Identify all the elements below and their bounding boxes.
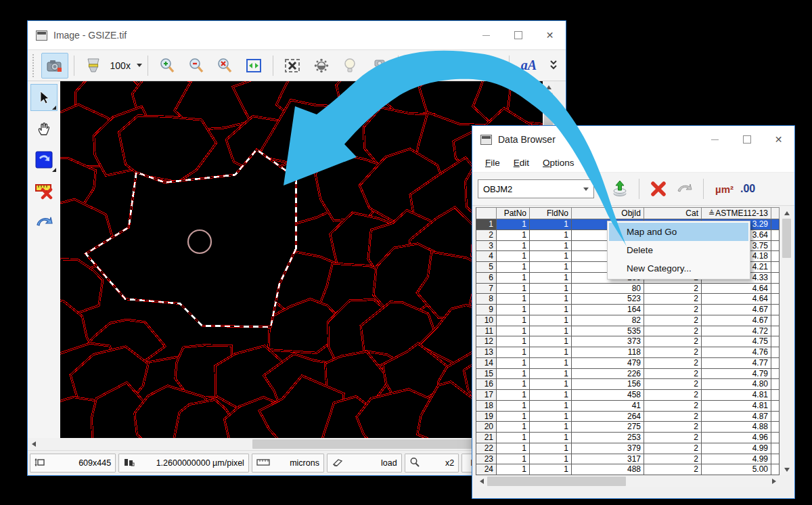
cell[interactable]: 1 <box>530 315 572 326</box>
cell[interactable]: 4.64 <box>702 294 771 305</box>
cell[interactable]: 1 <box>497 422 530 433</box>
table-row[interactable]: 81152324.64 <box>476 294 780 305</box>
illumination-button[interactable] <box>337 53 364 79</box>
table-row[interactable]: 91116424.67 <box>476 305 780 315</box>
cell[interactable]: 1 <box>530 230 572 241</box>
cell[interactable]: 1 <box>497 369 530 380</box>
cell[interactable]: 1 <box>530 251 572 262</box>
scroll-up-icon[interactable] <box>781 207 792 219</box>
table-vertical-scrollbar[interactable] <box>781 207 792 475</box>
cell[interactable]: 2 <box>644 347 702 358</box>
context-menu-item-map-and-go[interactable]: Map and Go <box>609 223 748 241</box>
cell[interactable]: 1 <box>497 294 530 305</box>
table-row[interactable]: 171145824.81 <box>476 390 780 401</box>
cell[interactable] <box>771 336 780 347</box>
dataset-combobox[interactable]: OBJM2 <box>478 179 594 198</box>
cell[interactable]: 2 <box>644 422 702 433</box>
cell[interactable]: 2 <box>644 294 702 305</box>
cell[interactable]: 4.79 <box>702 369 771 380</box>
cell[interactable]: 1 <box>497 433 530 443</box>
cell[interactable]: 4.72 <box>702 326 771 337</box>
cell[interactable] <box>771 369 780 380</box>
cell[interactable]: 2 <box>644 464 702 475</box>
cell[interactable]: 1 <box>497 326 530 337</box>
cell[interactable] <box>771 358 780 369</box>
column-header-cat[interactable]: Cat <box>644 207 702 219</box>
cell[interactable]: 4.75 <box>702 336 771 347</box>
cell[interactable]: 80 <box>572 284 644 294</box>
horizontal-scroll-thumb[interactable] <box>487 477 626 486</box>
cell[interactable]: 82 <box>572 315 644 326</box>
cell[interactable]: 2 <box>644 284 702 294</box>
cell[interactable]: 479 <box>572 358 644 369</box>
table-row[interactable]: 151122624.79 <box>476 369 780 380</box>
cell[interactable]: 1 <box>530 454 572 465</box>
maximize-button[interactable] <box>502 21 534 49</box>
cell[interactable]: 1 <box>476 219 497 230</box>
cell[interactable] <box>771 251 780 262</box>
cell[interactable]: 4.81 <box>702 401 771 412</box>
cell[interactable]: 1 <box>497 305 530 315</box>
precision-label[interactable]: .00 <box>740 183 755 195</box>
cell[interactable]: 23 <box>476 454 497 465</box>
cell[interactable] <box>771 284 780 294</box>
cell[interactable]: 16 <box>476 379 497 390</box>
cell[interactable]: 1 <box>530 369 572 380</box>
table-row[interactable]: 7118024.64 <box>476 284 780 294</box>
table-row[interactable]: 18114124.81 <box>476 401 780 412</box>
cell[interactable] <box>771 326 780 337</box>
cell[interactable]: 535 <box>572 326 644 337</box>
zoom-reset-button[interactable] <box>211 53 238 79</box>
undo-button[interactable] <box>671 176 697 202</box>
unit-label[interactable]: µm² <box>715 183 734 195</box>
cell[interactable] <box>771 443 780 454</box>
cell[interactable]: 4.99 <box>702 454 771 465</box>
table-row[interactable]: 131111824.76 <box>476 347 780 358</box>
cell[interactable]: 21 <box>476 433 497 443</box>
cell[interactable]: 8 <box>476 294 497 305</box>
column-header-fldno[interactable]: FldNo <box>530 207 572 219</box>
table-row[interactable]: 111153524.72 <box>476 326 780 337</box>
cell[interactable] <box>771 390 780 401</box>
cell[interactable] <box>771 412 780 422</box>
cell[interactable]: 2 <box>644 315 702 326</box>
cell[interactable]: 1 <box>497 273 530 284</box>
cell[interactable]: 2 <box>644 379 702 390</box>
cell[interactable]: 4.99 <box>702 443 771 454</box>
cell[interactable]: 264 <box>572 412 644 422</box>
close-button[interactable]: ✕ <box>534 21 566 49</box>
cell[interactable]: 1 <box>530 326 572 337</box>
cell[interactable]: 4.76 <box>702 347 771 358</box>
cell[interactable]: 1 <box>530 412 572 422</box>
column-header-patno[interactable]: PatNo <box>497 207 530 219</box>
cell[interactable]: 19 <box>476 412 497 422</box>
table-row[interactable]: 201127524.88 <box>476 422 780 433</box>
menu-edit[interactable]: Edit <box>508 155 535 171</box>
calibration-button[interactable] <box>308 53 335 79</box>
cell[interactable] <box>771 379 780 390</box>
cell[interactable]: 18 <box>476 401 497 412</box>
cell[interactable]: 6 <box>476 273 497 284</box>
table-row[interactable]: 221137924.99 <box>476 443 780 454</box>
context-menu-item-new-category[interactable]: New Category... <box>609 259 748 278</box>
cell[interactable]: 15 <box>476 369 497 380</box>
cell[interactable]: 1 <box>530 241 572 252</box>
cell[interactable]: 2 <box>644 358 702 369</box>
table-row[interactable]: 241148825.00 <box>476 464 780 475</box>
maximize-button[interactable] <box>731 126 763 153</box>
scroll-left-icon[interactable] <box>476 475 487 487</box>
cell[interactable]: 4.80 <box>702 379 771 390</box>
cell[interactable]: 9 <box>476 305 497 315</box>
table-row[interactable]: 121137324.75 <box>476 336 780 347</box>
column-header-objid[interactable]: ObjId <box>572 207 644 219</box>
cell[interactable]: 1 <box>497 390 530 401</box>
cell[interactable]: 2 <box>644 390 702 401</box>
cell[interactable]: 5 <box>476 262 497 273</box>
cell[interactable]: 1 <box>497 251 530 262</box>
cell[interactable]: 3 <box>476 241 497 252</box>
cell[interactable]: 1 <box>530 305 572 315</box>
cell[interactable]: 17 <box>476 390 497 401</box>
cell[interactable]: 7 <box>476 284 497 294</box>
snapshot-camera-button[interactable] <box>41 53 68 79</box>
cell[interactable]: 1 <box>497 219 530 230</box>
